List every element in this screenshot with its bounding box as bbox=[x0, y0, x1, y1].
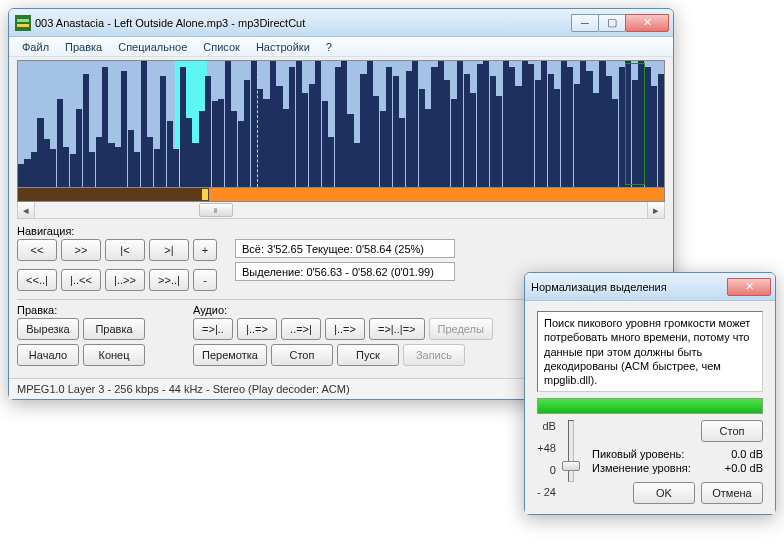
nav-fwd-to-end[interactable]: >>..| bbox=[149, 269, 189, 291]
edit-edit-button[interactable]: Правка bbox=[83, 318, 145, 340]
navigation-label: Навигация: bbox=[17, 225, 665, 237]
gain-slider[interactable] bbox=[568, 420, 574, 482]
nav-fwd-in-sel[interactable]: |..>> bbox=[105, 269, 145, 291]
edit-cut-button[interactable]: Вырезка bbox=[17, 318, 79, 340]
info-total-current: Всё: 3'52.65 Текущее: 0'58.64 (25%) bbox=[235, 239, 455, 258]
audio-play-from-cue2[interactable]: ..=>| bbox=[281, 318, 321, 340]
audio-play-to-cue2[interactable]: |..=> bbox=[325, 318, 365, 340]
db-scale: dB +48 0 - 24 bbox=[537, 420, 560, 498]
nav-rew-in-sel[interactable]: |..<< bbox=[61, 269, 101, 291]
horizontal-scrollbar[interactable]: ◂ ▸ bbox=[17, 202, 665, 219]
scroll-right-button[interactable]: ▸ bbox=[647, 202, 664, 218]
menubar: Файл Правка Специальное Список Настройки… bbox=[9, 37, 673, 57]
waveform-display[interactable] bbox=[17, 60, 665, 188]
window-title: 003 Anastacia - Left Outside Alone.mp3 -… bbox=[35, 17, 571, 29]
app-icon bbox=[15, 15, 31, 31]
timeline-played-region bbox=[18, 188, 205, 201]
dialog-stop-button[interactable]: Стоп bbox=[701, 420, 763, 442]
audio-limits-button[interactable]: Пределы bbox=[429, 318, 493, 340]
level-change-label: Изменение уровня: bbox=[592, 462, 691, 474]
peak-level-label: Пиковый уровень: bbox=[592, 448, 684, 460]
dialog-titlebar[interactable]: Нормализация выделения ✕ bbox=[525, 273, 775, 301]
scroll-thumb[interactable] bbox=[199, 203, 233, 217]
timeline-bar[interactable] bbox=[17, 188, 665, 202]
svg-rect-0 bbox=[15, 15, 31, 31]
nav-rew-to-begin[interactable]: <<..| bbox=[17, 269, 57, 291]
minimize-button[interactable]: ─ bbox=[571, 14, 599, 32]
dialog-cancel-button[interactable]: Отмена bbox=[701, 482, 763, 504]
nav-rewind-fast[interactable]: << bbox=[17, 239, 57, 261]
menu-help[interactable]: ? bbox=[319, 39, 339, 55]
gain-slider-thumb[interactable] bbox=[562, 461, 580, 471]
audio-play-to-cue1[interactable]: |..=> bbox=[237, 318, 277, 340]
audio-play-button[interactable]: Пуск bbox=[337, 344, 399, 366]
nav-next-cut[interactable]: >| bbox=[149, 239, 189, 261]
audio-label: Аудио: bbox=[193, 304, 493, 316]
close-button[interactable]: ✕ bbox=[625, 14, 669, 32]
dialog-title: Нормализация выделения bbox=[531, 281, 727, 293]
nav-forward-fast[interactable]: >> bbox=[61, 239, 101, 261]
audio-stop-button[interactable]: Стоп bbox=[271, 344, 333, 366]
dialog-close-button[interactable]: ✕ bbox=[727, 278, 771, 296]
progress-bar bbox=[537, 398, 763, 414]
menu-edit[interactable]: Правка bbox=[58, 39, 109, 55]
audio-play-over-cue[interactable]: =>|..|=> bbox=[369, 318, 425, 340]
maximize-button[interactable]: ▢ bbox=[598, 14, 626, 32]
audio-record-button[interactable]: Запись bbox=[403, 344, 465, 366]
info-selection: Выделение: 0'56.63 - 0'58.62 (0'01.99) bbox=[235, 262, 455, 281]
dialog-note: Поиск пикового уровня громкости может по… bbox=[537, 311, 763, 392]
audio-rewind-button[interactable]: Перемотка bbox=[193, 344, 267, 366]
nav-zoom-out[interactable]: - bbox=[193, 269, 217, 291]
scroll-left-button[interactable]: ◂ bbox=[18, 202, 35, 218]
edit-begin-button[interactable]: Начало bbox=[17, 344, 79, 366]
edit-end-button[interactable]: Конец bbox=[83, 344, 145, 366]
audio-play-from-cue1[interactable]: =>|.. bbox=[193, 318, 233, 340]
peak-level-value: 0.0 dB bbox=[731, 448, 763, 460]
menu-file[interactable]: Файл bbox=[15, 39, 56, 55]
timeline-cursor-marker[interactable] bbox=[201, 188, 209, 201]
nav-zoom-in[interactable]: + bbox=[193, 239, 217, 261]
menu-list[interactable]: Список bbox=[196, 39, 247, 55]
menu-special[interactable]: Специальное bbox=[111, 39, 194, 55]
svg-rect-2 bbox=[17, 24, 29, 27]
dialog-ok-button[interactable]: OK bbox=[633, 482, 695, 504]
svg-rect-1 bbox=[17, 19, 29, 22]
edit-label: Правка: bbox=[17, 304, 145, 316]
level-change-value: +0.0 dB bbox=[725, 462, 763, 474]
main-titlebar[interactable]: 003 Anastacia - Left Outside Alone.mp3 -… bbox=[9, 9, 673, 37]
menu-settings[interactable]: Настройки bbox=[249, 39, 317, 55]
nav-prev-cut[interactable]: |< bbox=[105, 239, 145, 261]
